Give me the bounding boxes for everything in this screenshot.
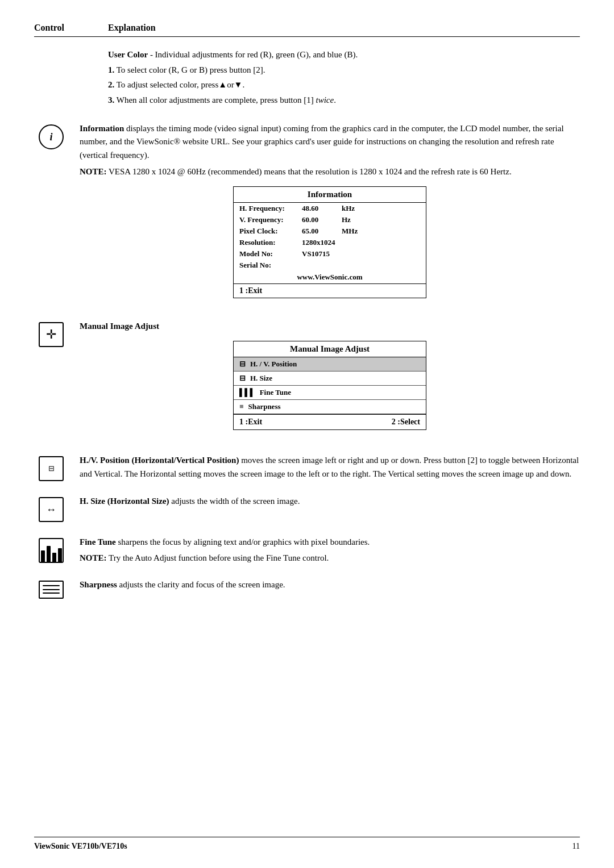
hvpos-icon: ⊟ [239,360,246,369]
h-size-text: H. Size (Horizontal Size) adjusts the wi… [80,495,580,508]
manual-select-label: 2 :Select [392,418,420,427]
fine-tune-icon-col [34,536,68,563]
manual-image-icon-col: ✛ [34,320,68,347]
manual-image-label: Manual Image Adjust [80,320,580,333]
finetune-icon: ▌▌▌ [239,388,255,397]
header-row: Control Explanation [34,23,580,37]
manual-image-table-title: Manual Image Adjust [234,341,426,357]
fine-tune-section: Fine Tune sharpens the focus by aligning… [34,536,580,565]
info-row-vfreq: V. Frequency: 60.00 Hz [234,214,426,226]
hsize-icon: ⊟ [239,374,246,383]
h-size-icon: ↔ [39,497,64,522]
manual-image-row-hsize: ⊟ H. Size [234,372,426,386]
user-color-step1: 1. To select color (R, G or B) press but… [108,64,580,77]
sharpness-section: Sharpness adjusts the clarity and focus … [34,578,580,599]
information-icon-col: i [34,122,68,149]
information-text: Information displays the timing mode (vi… [80,122,580,306]
user-color-title: User Color - Individual adjustments for … [108,48,580,61]
info-row-pixel: Pixel Clock: 65.00 MHz [234,226,426,237]
manual-image-table: Manual Image Adjust ⊟ H. / V. Position ⊟… [233,341,426,430]
manual-image-section: ✛ Manual Image Adjust Manual Image Adjus… [34,320,580,438]
info-table-title: Information [234,187,426,203]
information-table: Information H. Frequency: 48.60 kHz V. F… [233,186,426,298]
h-size-section: ↔ H. Size (Horizontal Size) adjusts the … [34,495,580,522]
sharpness-icon [39,581,64,599]
footer-brand: ViewSonic VE710b/VE710s [34,842,127,851]
manual-image-text: Manual Image Adjust Manual Image Adjust … [80,320,580,438]
info-row-resolution: Resolution: 1280x1024 [234,237,426,248]
information-note: NOTE: VESA 1280 x 1024 @ 60Hz (recommend… [80,165,580,178]
hv-position-icon: ⊟ [39,456,64,481]
info-row-model: Model No: VS10715 [234,248,426,260]
hv-icon-col: ⊟ [34,454,68,481]
fine-tune-icon [39,538,64,563]
information-section: i Information displays the timing mode (… [34,122,580,306]
h-size-icon-col: ↔ [34,495,68,522]
manual-image-row-sharpness: ≡ Sharpness [234,400,426,414]
info-row-serial: Serial No: [234,260,426,271]
move-icon: ✛ [39,322,64,347]
sharpness-icon-col [34,578,68,599]
footer: ViewSonic VE710b/VE710s 11 [34,837,580,851]
user-color-step3: 3. When all color adjustments are comple… [108,94,580,107]
info-icon: i [39,124,64,149]
content-area: User Color - Individual adjustments for … [34,48,580,599]
info-table-exit: 1 :Exit [234,283,426,298]
manual-image-footer: 1 :Exit 2 :Select [234,414,426,429]
user-color-step2: 2. To adjust selected color, press▲or▼. [108,78,580,91]
info-row-hfreq: H. Frequency: 48.60 kHz [234,203,426,214]
hv-position-text: H./V. Position (Horizontal/Vertical Posi… [80,454,580,481]
hv-position-section: ⊟ H./V. Position (Horizontal/Vertical Po… [34,454,580,481]
footer-page: 11 [572,842,580,851]
header-explanation: Explanation [108,23,156,33]
manual-image-row-finetune: ▌▌▌ Fine Tune [234,386,426,400]
manual-exit-label: 1 :Exit [239,418,262,427]
header-control: Control [34,23,108,33]
info-table-website: www.ViewSonic.com [234,271,426,283]
information-intro: Information displays the timing mode (vi… [80,122,580,162]
sharpness-text: Sharpness adjusts the clarity and focus … [80,578,580,591]
manual-image-row-hvpos: ⊟ H. / V. Position [234,357,426,372]
sharpness-row-icon: ≡ [239,402,243,411]
user-color-section: User Color - Individual adjustments for … [108,48,580,108]
fine-tune-text: Fine Tune sharpens the focus by aligning… [80,536,580,565]
